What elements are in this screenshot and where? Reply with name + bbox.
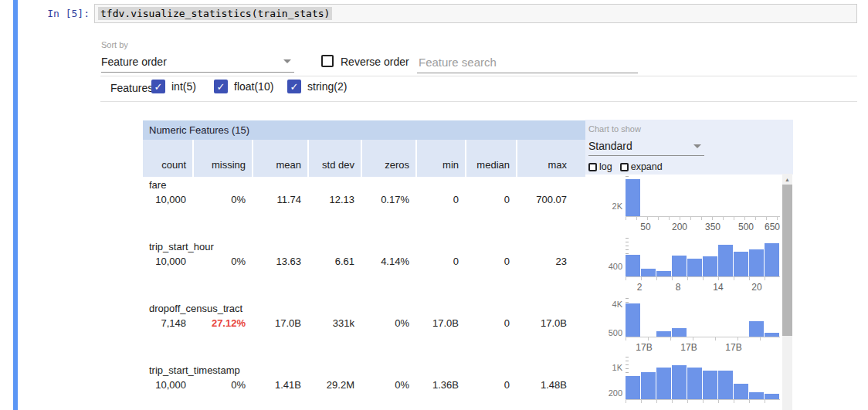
histogram-trip-start-hour: 400 281420 xyxy=(610,238,782,293)
stat-median: 0 xyxy=(465,194,516,205)
histogram-bar xyxy=(749,321,764,337)
sort-by-label: Sort by xyxy=(101,40,128,49)
sort-by-value: Feature order xyxy=(101,56,167,68)
checked-checkbox-icon[interactable]: ✓ xyxy=(151,80,165,93)
histogram-bar xyxy=(656,271,671,276)
chart-to-show-select[interactable]: Standard xyxy=(588,137,704,156)
numeric-features-table: Numeric Features (15) count missing mean… xyxy=(143,120,585,410)
histogram-bar xyxy=(656,368,671,399)
stat-min: 1.36B xyxy=(415,379,465,391)
histogram-dropoff-census-tract: 4K500 17B17B17B xyxy=(610,298,782,353)
stat-zeros: 0% xyxy=(361,379,415,391)
histogram-trip-start-timestamp: 1K200 xyxy=(610,357,782,410)
histogram-bar xyxy=(626,303,640,337)
feature-name: dropoff_census_tract xyxy=(143,303,585,317)
scrollbar-thumb[interactable] xyxy=(782,185,792,336)
column-header-median: median xyxy=(465,140,516,177)
code-text[interactable]: tfdv.visualize_statistics(train_stats) xyxy=(98,7,332,20)
stat-max: 23 xyxy=(516,256,573,267)
stat-mean: 11.74 xyxy=(252,194,307,205)
y-axis-labels: 1K200 xyxy=(610,357,622,399)
column-header-missing: missing xyxy=(192,140,252,177)
table-header-row: count missing mean std dev zeros min med… xyxy=(143,140,585,177)
stat-min: 17.0B xyxy=(415,317,465,329)
sort-by-select[interactable]: Feature order xyxy=(101,51,294,73)
stat-missing: 0% xyxy=(192,194,252,205)
stat-count: 10,000 xyxy=(143,256,192,267)
log-checkbox[interactable] xyxy=(588,163,597,171)
charts-scrollbar[interactable]: ▲ xyxy=(782,174,792,410)
stat-count: 10,000 xyxy=(143,379,192,391)
expand-toggle[interactable]: expand xyxy=(620,161,663,172)
expand-label: expand xyxy=(631,161,663,172)
stat-max: 700.07 xyxy=(516,194,573,205)
stat-count: 7,148 xyxy=(143,317,192,329)
x-axis-labels: 281420 xyxy=(626,280,780,293)
divider xyxy=(100,76,857,76)
x-axis-labels: 50200350500650 xyxy=(626,220,780,232)
feature-search-input[interactable] xyxy=(417,51,638,73)
histogram-bar xyxy=(765,243,779,276)
stat-stddev: 12.13 xyxy=(307,194,361,205)
checked-checkbox-icon[interactable]: ✓ xyxy=(287,80,301,93)
stat-missing: 27.12% xyxy=(192,317,252,329)
stat-zeros: 4.14% xyxy=(361,256,415,267)
stat-stddev: 6.61 xyxy=(307,256,361,267)
plot-area xyxy=(626,238,780,277)
stat-stddev: 331k xyxy=(307,317,361,329)
features-label: Features: xyxy=(110,82,156,94)
stat-count: 10,000 xyxy=(143,194,192,205)
chart-controls-panel: Chart to show Standard log expand xyxy=(585,120,793,175)
feature-name: fare xyxy=(143,179,585,194)
stat-min: 0 xyxy=(415,256,465,267)
feature-type-string[interactable]: ✓ string(2) xyxy=(287,80,347,93)
divider xyxy=(100,101,857,102)
stat-stddev: 29.2M xyxy=(307,379,361,391)
stat-missing: 0% xyxy=(192,256,252,267)
scroll-up-icon[interactable]: ▲ xyxy=(782,174,792,185)
histogram-bar xyxy=(672,365,687,399)
x-axis-labels xyxy=(626,403,780,410)
checked-checkbox-icon[interactable]: ✓ xyxy=(214,80,228,93)
stat-missing: 0% xyxy=(192,379,252,391)
stat-mean: 1.41B xyxy=(252,379,307,391)
column-header-zeros: zeros xyxy=(361,140,415,177)
reverse-order-checkbox[interactable] xyxy=(321,55,334,67)
histogram-bar xyxy=(656,331,671,337)
plot-area xyxy=(626,176,780,217)
stat-max: 17.0B xyxy=(516,317,573,329)
column-header-count: count xyxy=(143,140,192,177)
stat-median: 0 xyxy=(465,379,516,391)
histogram-bar xyxy=(672,328,687,337)
table-title: Numeric Features (15) xyxy=(143,120,585,140)
histogram-bar xyxy=(641,372,656,399)
histogram-bar xyxy=(734,384,748,399)
histogram-bar xyxy=(703,371,717,399)
log-toggle[interactable]: log xyxy=(588,161,612,172)
plot-area xyxy=(626,298,780,337)
y-axis-labels: 400 xyxy=(610,238,622,276)
stat-mean: 13.63 xyxy=(252,256,307,267)
column-header-mean: mean xyxy=(252,140,307,177)
histogram-bar xyxy=(626,179,640,216)
stat-zeros: 0% xyxy=(361,317,415,329)
code-cell[interactable]: tfdv.visualize_statistics(train_stats) xyxy=(94,4,857,23)
x-axis-labels: 17B17B17B xyxy=(626,341,780,353)
stat-median: 0 xyxy=(465,317,516,329)
y-axis-labels: 4K500 xyxy=(610,298,622,337)
chevron-down-icon xyxy=(283,59,291,63)
stat-min: 0 xyxy=(415,194,465,205)
stat-zeros: 0.17% xyxy=(361,194,415,205)
expand-checkbox[interactable] xyxy=(620,163,629,171)
table-row-trip-start-hour: trip_start_hour 10,000 0% 13.63 6.61 4.1… xyxy=(143,239,585,300)
feature-name: trip_start_timestamp xyxy=(143,364,585,379)
histogram-bar xyxy=(626,255,640,276)
histogram-bar xyxy=(718,245,733,276)
histogram-bar xyxy=(641,269,656,276)
histogram-bar xyxy=(765,333,779,337)
feature-type-int[interactable]: ✓ int(5) xyxy=(151,80,196,93)
feature-type-float[interactable]: ✓ float(10) xyxy=(214,80,273,93)
y-axis-labels: 2K xyxy=(610,176,622,216)
histogram-bar xyxy=(687,259,702,276)
stat-mean: 17.0B xyxy=(252,317,307,329)
